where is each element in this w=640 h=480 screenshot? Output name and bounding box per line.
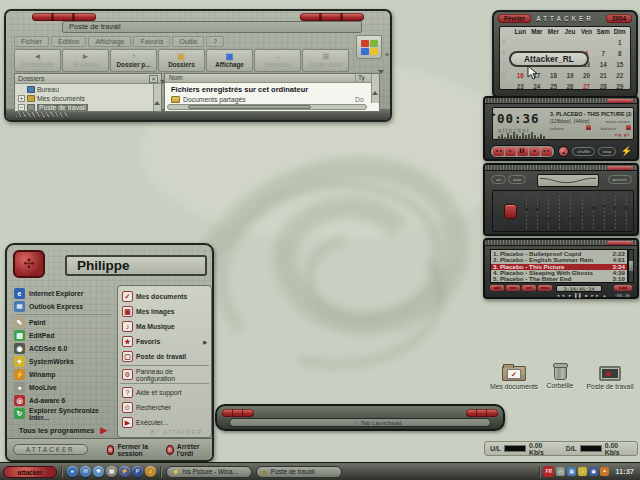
photoshop-quicklaunch-icon[interactable]: P [132,466,143,477]
shuffle-button[interactable]: shuffle [572,147,595,156]
launchpad-track[interactable]: |Tab Launchpad [229,418,491,427]
tree-item[interactable]: +Mes documents [15,94,161,103]
eq-slider-thumb[interactable]: ✕ [601,203,608,209]
media-quicklaunch-icon[interactable]: ♪ [145,466,156,477]
eq-slider-thumb[interactable]: ✕ [556,219,563,225]
taskbar-window-button[interactable]: ⚡his Picture - Wina... [166,466,252,478]
eq-band-slider[interactable]: ✕ [545,192,552,230]
calendar-date-cell[interactable]: 25 [545,83,562,94]
toolbar-button-views[interactable]: ▦Affichage [206,49,253,72]
taskbar-window-button[interactable]: ▣Poste de travail [256,466,342,478]
start-menu-item[interactable]: ✎Paint [14,316,114,329]
spectrum-analyzer[interactable] [498,134,546,140]
eq-band-slider[interactable]: ✕ [579,192,586,230]
all-programs-button[interactable]: Tous les programmes ▶ [19,425,107,435]
equalizer-titlebar[interactable] [485,165,637,171]
balance-slider[interactable]: balance [601,126,632,131]
eq-band-slider[interactable]: ✕ [590,192,597,230]
explorer-menu-item[interactable]: Fichier [14,36,49,47]
eq-slider-thumb[interactable]: ✕ [534,206,541,212]
close-icon[interactable]: ✕ [149,75,158,83]
pause-button[interactable]: ▌▌ [517,147,528,156]
eject-button[interactable]: ▲ [558,146,569,157]
window-left-controls[interactable] [32,13,96,21]
window-control-buttons[interactable] [300,13,364,21]
playlist-track[interactable]: 5. Placebo - The Bitter End3:10 [491,276,627,282]
toolbar-button-back[interactable]: ◄Précédente [14,49,61,72]
log-off-button[interactable]: ⏻ Fermer la session [107,443,159,457]
toolbar-button-forward[interactable]: ►Suivante [62,49,109,72]
window-control-buttons[interactable] [607,99,633,103]
playlist-scrollbar[interactable] [628,249,634,283]
track-title-marquee[interactable]: 3. PLACEBO - THIS PICTURE (3:3 [550,111,632,117]
eq-band-slider[interactable]: ✕ [534,192,541,230]
eq-band-slider[interactable]: ✕ [523,192,530,230]
playlist-add-button[interactable]: add [490,285,504,291]
playback-time[interactable]: 00:36 [497,111,540,126]
file-row[interactable]: Documents partagésDo [165,95,379,104]
eq-band-slider[interactable]: ✕ [612,192,619,230]
winamp-titlebar[interactable] [485,98,637,104]
content-scrollbar[interactable] [371,74,379,103]
tree-scrollbar[interactable] [153,84,161,111]
toolbar-button-move[interactable]: →Déplacer [254,49,301,72]
explorer-menu-item[interactable]: Affichage [88,36,131,47]
explorer-menu-item[interactable]: Outils [172,36,204,47]
eq-band-slider[interactable]: ✕ [556,192,563,230]
start-menu-item[interactable]: ✦SystemWorks [14,355,114,368]
explorer-menu-item[interactable]: ? [206,36,224,47]
explorer-quicklaunch-icon[interactable]: ❖ [93,466,104,477]
desktop-icon-recycle-bin[interactable]: Corbeille [540,362,580,389]
start-menu-item[interactable]: ▤EditPad [14,329,114,342]
calendar-date-cell[interactable]: 27 [578,83,595,94]
display-tray-icon[interactable]: ▦ [567,467,576,476]
explorer-menu-item[interactable]: Favoris [133,36,170,47]
winamp-quicklaunch-icon[interactable]: ⚡ [119,466,130,477]
calendar-date-cell[interactable]: 28 [595,83,612,94]
calendar-date-cell[interactable]: 26 [562,83,579,94]
start-menu-item[interactable]: ⚙Panneau de configuration [118,367,211,382]
calendar-date-cell[interactable]: 14 [595,61,612,72]
previous-button[interactable]: ◄◄ [493,147,504,156]
eq-auto-button[interactable]: auto [508,175,527,184]
stop-button[interactable]: ■ [529,147,540,156]
toolbar-button-folders[interactable]: ▣Dossiers [158,49,205,72]
start-menu-item[interactable]: ↻Explorer Synchronize Inter... [14,407,114,420]
start-menu-item[interactable]: ✉Outlook Express [14,300,114,313]
shut-down-button[interactable]: ⏻ Arrêter l'ordi [166,443,206,457]
eq-band-slider[interactable]: ✕ [623,192,630,230]
calendar-date-cell[interactable]: 22 [611,72,628,83]
start-button[interactable]: attacker [3,466,57,478]
eq-pl-toggles[interactable]: eq pl [615,132,630,137]
outlook-quicklaunch-icon[interactable]: ✉ [80,466,91,477]
toolbar-button-folder-up[interactable]: ↑Dossier p... [110,49,157,72]
playlist-sel-button[interactable]: sel [522,285,536,291]
tree-item[interactable]: −Poste de travail [15,103,161,112]
play-button[interactable]: ► [505,147,516,156]
start-menu-item[interactable]: ⚡Winamp [14,368,114,381]
calendar-date-cell[interactable]: 18 [545,72,562,83]
start-menu-item[interactable]: ?Aide et support [118,385,211,400]
loop-button[interactable]: loop [598,147,616,156]
start-menu-item[interactable]: ✓Mes documents [118,289,211,304]
toolbar-button-copy[interactable]: ⊞Copier dans [302,49,349,72]
start-menu-item[interactable]: ▶Exécuter... [118,415,211,430]
launchpad-left-buttons[interactable] [222,409,254,417]
playlist-mini-transport[interactable]: ◄◄ ► ▌▌ ■ ►► ▲ [556,293,607,298]
window-control-buttons[interactable] [607,166,633,170]
eq-slider-thumb[interactable]: ✕ [590,205,597,211]
eq-on-button[interactable]: on [491,175,506,184]
horizontal-scrollbar[interactable] [167,104,367,110]
column-name[interactable]: Nom [165,74,355,82]
scroll-down-icon[interactable] [378,70,384,91]
desktop-icon-my-computer[interactable]: Poste de travail [584,363,636,390]
eq-slider-thumb[interactable]: ✕ [523,206,530,212]
scheduler-tray-icon[interactable]: ◷ [556,467,565,476]
calendar-date-cell[interactable]: 29 [611,83,628,94]
start-menu-item[interactable]: ⊙Rechercher [118,400,211,415]
tab-launchpad-bar[interactable]: |Tab Launchpad [215,404,505,431]
eq-slider-thumb[interactable]: ✕ [567,216,574,222]
playlist-load-button[interactable]: load [614,285,632,291]
start-menu-item[interactable]: eInternet Explorer [14,287,114,300]
start-menu-item[interactable]: ●MooLive [14,381,114,394]
